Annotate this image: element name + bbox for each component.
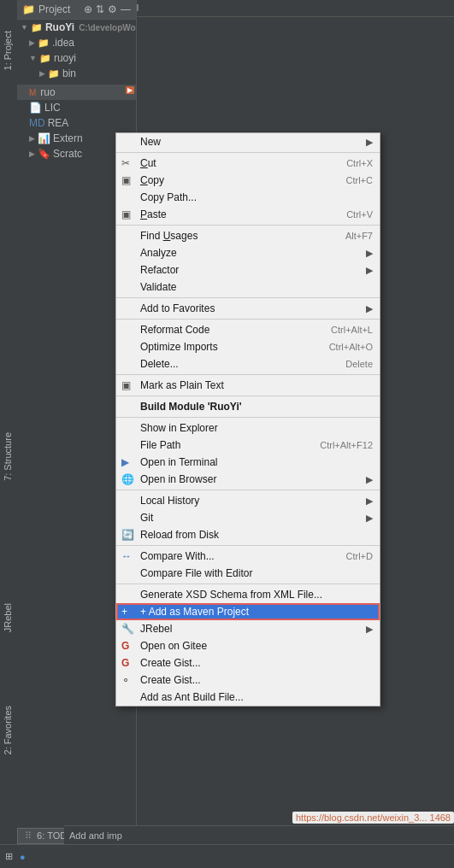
menu-item-open-browser[interactable]: 🌐 Open in Browser ▶	[116, 471, 380, 488]
terminal-icon: ▶	[121, 456, 129, 468]
tree-item-bin[interactable]: ▶ 📁 bin	[17, 66, 136, 81]
menu-item-build-module[interactable]: Build Module 'RuoYi'	[116, 398, 380, 415]
menu-label-add-ant: Add as Ant Build File...	[140, 691, 244, 703]
sidebar-tab-jrebel[interactable]: JRebel	[0, 598, 15, 637]
menu-item-compare-editor[interactable]: Compare File with Editor	[116, 565, 380, 582]
panel-icon-settings[interactable]: ⚙	[108, 3, 117, 15]
menu-label-add-maven: + Add as Maven Project	[140, 606, 249, 618]
github-icon-gist2: ⚬	[121, 674, 130, 686]
sidebar-tab-structure[interactable]: 7: Structure	[0, 427, 15, 486]
context-menu: New ▶ ✂ Cut Ctrl+X ▣ Copy Ctrl+C Copy Pa…	[115, 132, 380, 707]
menu-item-generate-xsd[interactable]: Generate XSD Schema from XML File...	[116, 586, 380, 603]
submenu-arrow-history: ▶	[366, 496, 373, 507]
tree-item-ruoyi[interactable]: ▼ 📁 ruoyi	[17, 50, 136, 66]
menu-label-optimize: Optimize Imports	[140, 341, 218, 353]
menu-label-reformat: Reformat Code	[140, 324, 209, 336]
menu-label-open-terminal: Open in Terminal	[140, 456, 218, 468]
menu-item-copy-path[interactable]: Copy Path...	[116, 189, 380, 206]
menu-item-add-favorites[interactable]: Add to Favorites ▶	[116, 300, 380, 317]
menu-item-open-gitee[interactable]: G Open on Gitee	[116, 637, 380, 654]
menu-item-cut[interactable]: ✂ Cut Ctrl+X	[116, 155, 380, 172]
menu-label-build-module: Build Module 'RuoYi'	[140, 401, 242, 413]
tree-item-lic[interactable]: 📄 LIC	[17, 100, 136, 115]
root-folder-icon: 📁	[31, 22, 43, 33]
menu-item-show-explorer[interactable]: Show in Explorer	[116, 419, 380, 437]
menu-item-local-history[interactable]: Local History ▶	[116, 492, 380, 509]
paste-icon: ▣	[121, 208, 131, 220]
panel-icon-add[interactable]: ⊕	[84, 3, 92, 15]
menu-label-copy-path: Copy Path...	[140, 191, 197, 203]
reload-icon: 🔄	[121, 529, 134, 541]
sidebar-tab-favorites[interactable]: 2: Favorites	[0, 701, 15, 760]
panel-header: 📁 Project ⊕ ⇅ ⚙ —	[17, 0, 136, 20]
menu-label-cut: Cut	[140, 157, 156, 169]
menu-item-mark-plain[interactable]: ▣ Mark as Plain Text	[116, 377, 380, 394]
notification-text: Add and imp	[69, 830, 122, 841]
cut-icon: ✂	[121, 157, 130, 169]
tree-item-idea[interactable]: ▶ 📁 .idea	[17, 35, 136, 50]
menu-item-find-usages[interactable]: Find Usages Alt+F7	[116, 227, 380, 244]
compare-icon: ↔	[121, 550, 132, 562]
todo-grid-icon: ⠿	[25, 830, 32, 841]
menu-label-create-gist-2: Create Gist...	[140, 674, 201, 686]
separator-9	[116, 545, 380, 546]
submenu-arrow-new: ▶	[366, 137, 373, 148]
menu-item-reformat[interactable]: Reformat Code Ctrl+Alt+L	[116, 321, 380, 338]
root-label: RuoYi	[45, 21, 74, 33]
submenu-arrow-git: ▶	[366, 513, 373, 524]
menu-label-open-gitee: Open on Gitee	[140, 640, 207, 652]
menu-item-delete[interactable]: Delete... Delete	[116, 355, 380, 372]
notification-bar: Add and imp	[64, 825, 454, 844]
menu-item-add-ant[interactable]: Add as Ant Build File...	[116, 689, 380, 706]
menu-label-show-explorer: Show in Explorer	[140, 422, 218, 434]
menu-item-file-path[interactable]: File Path Ctrl+Alt+F12	[116, 437, 380, 454]
menu-item-git[interactable]: Git ▶	[116, 509, 380, 526]
menu-label-delete: Delete...	[140, 358, 179, 370]
menu-label-compare-with: Compare With...	[140, 550, 215, 562]
panel-icon-minimize[interactable]: —	[121, 3, 131, 15]
separator-1	[116, 152, 380, 153]
menu-item-jrebel[interactable]: 🔧 JRebel ▶	[116, 620, 380, 637]
menu-item-reload-disk[interactable]: 🔄 Reload from Disk	[116, 526, 380, 543]
menu-item-analyze[interactable]: Analyze ▶	[116, 244, 380, 261]
menu-label-find-usages: Find Usages	[140, 230, 198, 242]
windows-icon-bottom[interactable]: ⊞	[5, 851, 13, 862]
submenu-arrow-refactor: ▶	[366, 265, 373, 276]
tree-item-rea[interactable]: MD REA	[17, 115, 136, 131]
separator-4	[116, 319, 380, 320]
panel-icon-sort[interactable]: ⇅	[96, 3, 104, 15]
menu-label-mark-plain: Mark as Plain Text	[140, 379, 224, 391]
menu-label-local-history: Local History	[140, 495, 199, 507]
menu-item-refactor[interactable]: Refactor ▶	[116, 261, 380, 279]
panel-title: Project	[38, 3, 80, 15]
menu-item-optimize[interactable]: Optimize Imports Ctrl+Alt+O	[116, 338, 380, 355]
mark-plain-icon: ▣	[121, 379, 131, 391]
menu-label-jrebel: JRebel	[140, 623, 172, 635]
gitee-icon-open: G	[121, 640, 129, 652]
sidebar-tab-project[interactable]: 1: Project	[0, 26, 15, 75]
folder-icon: 📁	[22, 3, 35, 15]
menu-item-create-gist-2[interactable]: ⚬ Create Gist...	[116, 672, 380, 689]
menu-item-paste[interactable]: ▣ Paste Ctrl+V	[116, 206, 380, 223]
menu-item-create-gist-1[interactable]: G Create Gist...	[116, 654, 380, 672]
menu-item-compare-with[interactable]: ↔ Compare With... Ctrl+D	[116, 548, 380, 565]
tree-item-ruo[interactable]: M ruo ▶	[17, 85, 136, 100]
menu-item-new[interactable]: New ▶	[116, 133, 380, 150]
separator-10	[116, 584, 380, 584]
maven-icon-small: M	[29, 88, 36, 97]
menu-item-copy[interactable]: ▣ Copy Ctrl+C	[116, 172, 380, 189]
menu-label-validate: Validate	[140, 281, 176, 293]
menu-item-add-maven[interactable]: + + Add as Maven Project	[116, 603, 380, 620]
menu-item-validate[interactable]: Validate	[116, 279, 380, 296]
submenu-arrow-favorites: ▶	[366, 303, 373, 314]
menu-item-open-terminal[interactable]: ▶ Open in Terminal	[116, 454, 380, 471]
scratch-icon: 🔖	[38, 148, 50, 160]
submenu-arrow-jrebel: ▶	[366, 624, 373, 635]
menu-label-new: New	[140, 136, 161, 148]
submenu-arrow-analyze: ▶	[366, 248, 373, 259]
separator-5	[116, 374, 380, 375]
separator-3	[116, 297, 380, 298]
jrebel-icon: 🔧	[121, 623, 134, 635]
chrome-icon-bottom[interactable]: ●	[20, 852, 26, 862]
tree-root[interactable]: ▼ 📁 RuoYi C:\developWork\RuoYi	[17, 20, 136, 35]
